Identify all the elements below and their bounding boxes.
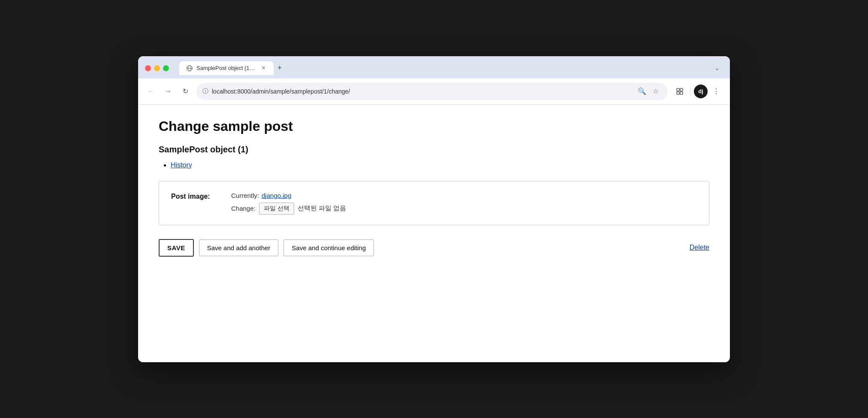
address-field[interactable]: ⓘ localhost:8000/admin/sample/samplepost…: [196, 83, 668, 100]
tab-close-button[interactable]: ✕: [260, 65, 267, 72]
history-link[interactable]: History: [171, 161, 192, 169]
object-title: SamplePost object (1): [159, 145, 709, 154]
bookmark-icon[interactable]: ☆: [650, 85, 662, 97]
profile-avatar[interactable]: dj: [694, 85, 708, 98]
svg-rect-5: [677, 92, 679, 94]
forward-button[interactable]: →: [162, 85, 174, 97]
change-label: Change:: [231, 205, 256, 212]
extensions-icon[interactable]: [673, 85, 687, 98]
info-icon: ⓘ: [202, 88, 208, 95]
back-button[interactable]: ←: [145, 85, 157, 97]
page-content: Change sample post SamplePost object (1)…: [138, 105, 730, 362]
expand-button[interactable]: ⌄: [711, 62, 723, 74]
current-file-link[interactable]: django.jpg: [262, 192, 291, 199]
form-section: Post image: Currently: django.jpg Change…: [159, 181, 709, 225]
minimize-button[interactable]: [154, 65, 160, 71]
title-bar: SamplePost object (1) | Chan ✕ + ⌄: [138, 56, 730, 79]
menu-icon[interactable]: ⋮: [709, 85, 723, 98]
tab-title: SamplePost object (1) | Chan: [196, 65, 256, 71]
change-row: Change: 파일 선택 선택된 파일 없음: [231, 203, 346, 215]
url-text: localhost:8000/admin/sample/samplepost/1…: [212, 88, 633, 95]
address-bar: ← → ↻ ⓘ localhost:8000/admin/sample/samp…: [138, 79, 730, 105]
close-button[interactable]: [145, 65, 151, 71]
currently-row: Currently: django.jpg: [231, 192, 346, 199]
separator: [690, 87, 690, 96]
svg-rect-3: [677, 88, 679, 91]
tab-favicon: [186, 65, 193, 72]
refresh-button[interactable]: ↻: [179, 85, 191, 97]
active-tab[interactable]: SamplePost object (1) | Chan ✕: [179, 61, 274, 75]
browser-window: SamplePost object (1) | Chan ✕ + ⌄ ← → ↻…: [138, 56, 730, 362]
tabs-row: SamplePost object (1) | Chan ✕ +: [179, 61, 286, 75]
file-select-button[interactable]: 파일 선택: [259, 203, 294, 215]
save-add-another-button[interactable]: Save and add another: [199, 239, 279, 256]
no-file-label: 선택된 파일 없음: [298, 204, 346, 212]
form-fields: Currently: django.jpg Change: 파일 선택 선택된 …: [231, 192, 346, 215]
delete-link[interactable]: Delete: [690, 244, 709, 251]
traffic-lights: [145, 65, 169, 71]
currently-label: Currently:: [231, 192, 259, 199]
svg-rect-6: [680, 92, 683, 94]
save-continue-button[interactable]: Save and continue editing: [283, 239, 374, 256]
search-icon[interactable]: 🔍: [636, 85, 648, 97]
toolbar-right: dj ⋮: [673, 85, 723, 98]
action-bar: SAVE Save and add another Save and conti…: [159, 239, 709, 257]
new-tab-button[interactable]: +: [274, 62, 286, 74]
post-image-label: Post image:: [171, 192, 223, 200]
maximize-button[interactable]: [163, 65, 169, 71]
form-row-post-image: Post image: Currently: django.jpg Change…: [171, 192, 697, 215]
save-button[interactable]: SAVE: [159, 239, 194, 257]
history-list: History: [159, 161, 709, 169]
page-title: Change sample post: [159, 118, 709, 134]
svg-rect-4: [680, 88, 683, 91]
